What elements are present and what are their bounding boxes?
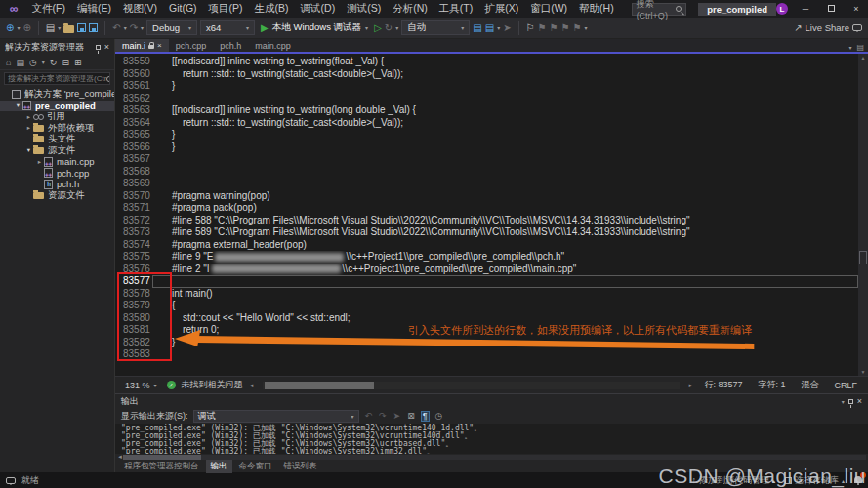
code-line[interactable]: 83572#line 588 "C:\\Program Files\\Micro… [115, 215, 858, 227]
navigate-caret-icon[interactable]: ▾ [17, 24, 20, 31]
code-line[interactable]: 83559[[nodiscard]] inline wstring to_wst… [115, 56, 858, 68]
select-repository-button[interactable]: 选择存储库 ▴ [785, 474, 845, 487]
redo-caret-icon[interactable]: ▾ [141, 24, 144, 31]
bookmark-next-icon[interactable]: ⚑ [549, 23, 558, 33]
line-number[interactable]: 83580 [115, 312, 152, 325]
line-number[interactable]: 83576 [115, 264, 152, 276]
editor-tab[interactable]: pch.h [213, 39, 248, 52]
find-next-message-icon[interactable]: ↷ [378, 412, 388, 421]
scroll-right-icon[interactable]: ► [687, 383, 693, 388]
open-folder-icon[interactable] [63, 25, 74, 33]
code-line[interactable]: 83571#pragma pack(pop) [115, 202, 858, 215]
solution-search-input[interactable]: 搜索解决方案资源管理器(Ctr [4, 72, 110, 85]
live-share-label[interactable]: Live Share [806, 22, 849, 33]
scroll-left-icon[interactable]: ◄ [249, 383, 255, 388]
code-line[interactable]: 83576#line 2 "I\\c++Project1\\pre_compil… [115, 264, 858, 276]
minimize-button[interactable]: ─ [798, 4, 813, 14]
code-line[interactable]: 83564 return ::std:: to_wstring(static_c… [115, 117, 858, 130]
line-number[interactable]: 83569 [115, 178, 152, 190]
line-number[interactable]: 83572 [115, 215, 152, 227]
horizontal-thumb[interactable] [265, 382, 374, 389]
notifications-button[interactable] [854, 475, 862, 485]
zoom-dropdown[interactable]: 131 % ▾ [121, 380, 161, 391]
bottom-tab[interactable]: 输出 [206, 460, 232, 473]
code-line[interactable]: 83561} [115, 80, 858, 93]
bookmark-caret-icon[interactable]: ▾ [584, 24, 587, 31]
bottom-tab[interactable]: 命令窗口 [234, 460, 277, 473]
diagnostics-caret-icon[interactable]: ▾ [497, 24, 500, 31]
menu-item[interactable]: 工具(T) [434, 1, 478, 17]
expand-arrow-icon[interactable]: ▾ [24, 146, 33, 154]
line-number[interactable]: 83561 [115, 80, 152, 93]
line-number[interactable]: 83581 [115, 324, 152, 337]
tree-item[interactable]: 资源文件 [0, 190, 114, 202]
line-number[interactable]: 83565 [115, 129, 152, 142]
navigate-forward-icon[interactable]: ⊕ [22, 23, 30, 33]
code-line[interactable]: 83583 [115, 348, 858, 361]
line-number[interactable]: 83578 [115, 288, 152, 301]
menu-item[interactable]: 编辑(E) [71, 1, 117, 17]
line-number[interactable]: 83579 [115, 300, 152, 312]
line-number[interactable]: 83560 [115, 68, 152, 81]
line-number[interactable]: 83574 [115, 239, 152, 252]
tree-item[interactable]: ▾源文件 [0, 145, 114, 157]
expand-arrow-icon[interactable]: ▸ [24, 124, 33, 132]
output-content[interactable]: "pre_compiled.exe" (Win32): 已加载 "C:\Wind… [115, 424, 868, 454]
code-line[interactable]: 83560 return ::std:: to_wstring(static_c… [115, 68, 858, 81]
hot-reload-caret-icon[interactable]: ▾ [395, 24, 398, 31]
undo-icon[interactable]: ↶ [112, 23, 120, 33]
horizontal-scrollbar[interactable] [263, 382, 681, 389]
code-line[interactable]: 83582} [115, 337, 858, 349]
expand-arrow-icon[interactable]: ▾ [14, 102, 22, 109]
word-wrap-icon[interactable]: ¶ [421, 411, 430, 422]
close-button[interactable]: × [848, 4, 864, 14]
sync-icon[interactable]: ↻ [50, 58, 58, 67]
save-all-icon[interactable] [89, 23, 98, 32]
scroll-down-icon[interactable]: ▼ [861, 369, 866, 375]
horizontal-thumb[interactable] [123, 455, 201, 460]
clear-all-icon[interactable]: ⊠ [406, 412, 416, 421]
code-line[interactable]: 83574#pragma external_header(pop) [115, 239, 858, 252]
line-number[interactable]: 83567 [115, 153, 152, 166]
navigate-back-icon[interactable]: ⊕ [6, 23, 14, 33]
bookmark-folder-icon[interactable]: ⚑ [560, 23, 569, 33]
new-project-caret-icon[interactable]: ▾ [58, 24, 61, 31]
diagnostics-icon[interactable]: ▤ [485, 23, 494, 33]
tree-item[interactable]: 解决方案 'pre_compiled' (1 个 [0, 89, 114, 101]
switch-views-icon[interactable]: ▤ [16, 58, 24, 67]
hot-reload-icon[interactable]: ↻ [385, 23, 393, 33]
code-line[interactable]: 83573#line 589 "C:\\Program Files\\Micro… [115, 226, 858, 239]
collapse-all-icon[interactable]: ⊟ [62, 58, 69, 67]
code-line[interactable]: 83565} [115, 129, 858, 142]
editor-tab[interactable]: main.i× [115, 39, 169, 52]
panel-options-caret-icon[interactable]: ▾ [842, 398, 845, 405]
scrollbar-thumb[interactable] [859, 251, 867, 264]
line-number[interactable]: 83573 [115, 226, 152, 239]
start-debugging-button[interactable]: ▶ 本地 Windows 调试器 ▾ [258, 21, 371, 34]
line-number[interactable]: 83568 [115, 166, 152, 179]
properties-icon[interactable]: ⊞ [74, 58, 82, 67]
scroll-up-icon[interactable]: ▲ [861, 55, 866, 61]
line-number[interactable]: 83571 [115, 202, 152, 215]
output-source-dropdown[interactable]: 调试 ▾ [193, 410, 359, 423]
menu-item[interactable]: 分析(N) [387, 1, 434, 17]
line-number[interactable]: 83563 [115, 104, 152, 117]
menu-item[interactable]: 帮助(H) [573, 1, 620, 17]
code-line[interactable]: 83568 [115, 166, 858, 179]
attach-dropdown[interactable]: 自动 ▾ [401, 20, 470, 35]
live-share-icon[interactable]: ↗ [794, 23, 802, 33]
line-number[interactable]: 83583 [115, 348, 152, 361]
code-line[interactable]: 83566} [115, 142, 858, 154]
code-line[interactable]: 83569 [115, 178, 858, 190]
code-line[interactable]: 83577 [115, 275, 858, 288]
save-icon[interactable] [77, 23, 86, 32]
line-number[interactable]: 83575 [115, 251, 152, 264]
editor-tab[interactable]: pch.cpp [169, 39, 214, 52]
output-horizontal-scrollbar[interactable]: ◄ [115, 454, 868, 460]
navigate-cursor-icon[interactable]: ➤ [503, 23, 511, 33]
redo-icon[interactable]: ↷ [130, 23, 138, 33]
bookmark-clear-icon[interactable]: ⚑ [572, 23, 581, 33]
close-panel-icon[interactable]: × [104, 42, 109, 52]
line-number[interactable]: 83562 [115, 93, 152, 105]
code-line[interactable]: 83562 [115, 93, 858, 105]
